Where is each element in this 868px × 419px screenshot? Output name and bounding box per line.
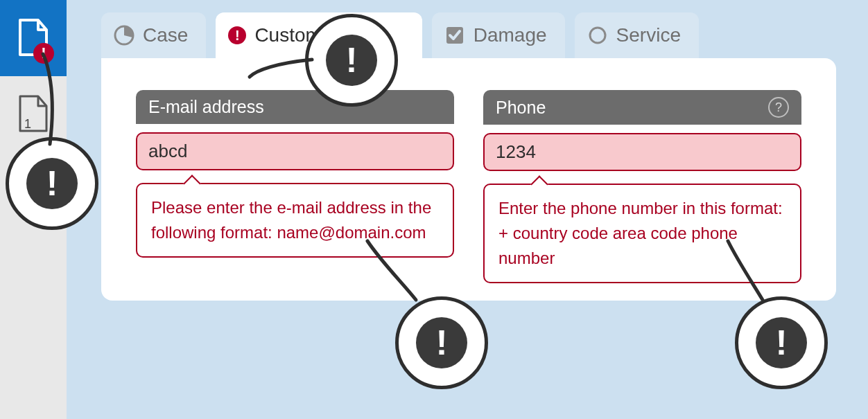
phone-error-message: Enter the phone number in this format: +…	[483, 184, 801, 283]
email-input[interactable]	[136, 132, 454, 170]
tab-label: Service	[616, 24, 681, 46]
main-area: Case ! Customer Damage Service E-mail ad…	[67, 0, 868, 419]
tab-label: Damage	[474, 24, 547, 46]
file-number: 1	[24, 117, 31, 132]
email-error-message: Please enter the e-mail address in the f…	[136, 183, 454, 258]
field-label: Phone	[496, 98, 546, 118]
help-icon[interactable]: ?	[768, 97, 789, 118]
check-icon	[444, 25, 465, 46]
field-email: E-mail address Please enter the e-mail a…	[136, 90, 454, 283]
form-row: E-mail address Please enter the e-mail a…	[101, 58, 836, 283]
circle-icon	[587, 25, 608, 46]
field-phone-header: Phone ?	[483, 90, 801, 125]
svg-point-2	[590, 28, 605, 43]
sidebar: ! 1	[0, 0, 67, 419]
tab-strip: Case ! Customer Damage Service	[101, 12, 699, 58]
field-label: E-mail address	[148, 97, 264, 117]
tab-label: Case	[143, 24, 188, 46]
tab-label: Customer	[254, 24, 338, 46]
field-email-header: E-mail address	[136, 90, 454, 124]
tab-damage[interactable]: Damage	[432, 12, 565, 58]
error-badge-icon: !	[33, 43, 54, 64]
field-phone: Phone ? Enter the phone number in this f…	[483, 90, 801, 283]
tab-case[interactable]: Case	[101, 12, 206, 58]
tab-customer[interactable]: ! Customer	[216, 12, 422, 58]
file-icon	[17, 95, 49, 134]
phone-input[interactable]	[483, 133, 801, 171]
content-card: E-mail address Please enter the e-mail a…	[101, 58, 836, 301]
sidebar-item-active-document[interactable]: !	[0, 0, 67, 76]
tab-service[interactable]: Service	[575, 12, 699, 58]
pie-icon	[114, 25, 134, 46]
sidebar-item-document-1[interactable]: 1	[0, 76, 67, 152]
error-icon: !	[228, 26, 246, 44]
